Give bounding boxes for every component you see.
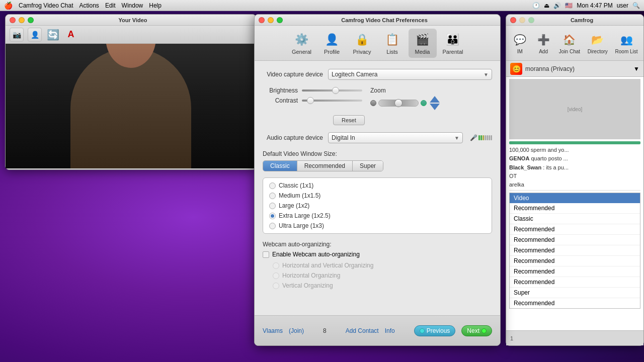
audio-device-dropdown[interactable]: Digital In ▼ bbox=[328, 132, 463, 143]
zoom-up-arrow[interactable] bbox=[430, 96, 440, 103]
enable-auto-row[interactable]: Enable Webcam auto-organizing bbox=[263, 251, 492, 258]
flip-icon[interactable]: 🔄 bbox=[46, 28, 60, 42]
zoom-right-btn[interactable] bbox=[421, 100, 427, 106]
close-button[interactable] bbox=[10, 17, 16, 23]
dropdown-item-video[interactable]: Video bbox=[510, 193, 640, 203]
tab-general[interactable]: ⚙️ General bbox=[288, 29, 316, 58]
prefs-minimize-button[interactable] bbox=[268, 17, 274, 23]
tab-lists[interactable]: 📋 Lists bbox=[378, 29, 407, 58]
dropdown-item-recommended-3[interactable]: Recommended bbox=[510, 235, 640, 245]
radio-horiz[interactable]: Horizontal Organizing bbox=[273, 272, 492, 279]
video-device-dropdown[interactable]: Logitech Camera ▼ bbox=[328, 69, 492, 80]
menu-actions[interactable]: Actions bbox=[79, 2, 99, 9]
cam-tool-directory[interactable]: 📂 Directory bbox=[587, 30, 609, 56]
reset-button[interactable]: Reset bbox=[333, 115, 365, 125]
radio-large[interactable]: Large (1x2) bbox=[269, 202, 486, 209]
cam-tool-roomlist[interactable]: 👥 Room List bbox=[614, 30, 639, 56]
segmented-control: Classic Recommended Super bbox=[263, 160, 383, 171]
radio-classic-btn[interactable] bbox=[269, 183, 276, 189]
privacy-icon: 🔒 bbox=[354, 32, 370, 48]
menu-edit[interactable]: Edit bbox=[105, 2, 116, 9]
next-label: Next bbox=[467, 327, 479, 334]
dropdown-item-recommended-7[interactable]: Recommended bbox=[510, 277, 640, 288]
cam-minimize-btn[interactable] bbox=[519, 17, 525, 23]
radio-large-btn[interactable] bbox=[269, 203, 276, 209]
dropdown-item-recommended-4[interactable]: Recommended bbox=[510, 245, 640, 256]
seg-super[interactable]: Super bbox=[353, 161, 383, 171]
tab-profile[interactable]: 👤 Profile bbox=[318, 29, 346, 58]
dropdown-item-recommended-5[interactable]: Recommended bbox=[510, 256, 640, 266]
prefs-zoom-button[interactable] bbox=[277, 17, 283, 23]
minimize-button[interactable] bbox=[19, 17, 25, 23]
dropdown-item-recommended-2[interactable]: Recommended bbox=[510, 224, 640, 235]
prefs-close-button[interactable] bbox=[259, 17, 265, 23]
menu-help[interactable]: Help bbox=[149, 2, 162, 9]
dropdown-item-classic[interactable]: Classic bbox=[510, 214, 640, 224]
apple-menu[interactable]: 🍎 bbox=[4, 2, 13, 10]
radio-medium[interactable]: Medium (1x1.5) bbox=[269, 192, 486, 199]
menu-window[interactable]: Window bbox=[122, 2, 143, 9]
prefs-title: Camfrog Video Chat Preferences bbox=[286, 17, 483, 23]
zoom-button[interactable] bbox=[28, 17, 34, 23]
room-name-link[interactable]: Vlaams bbox=[263, 327, 283, 334]
cam-tool-joinchat[interactable]: 🏠 Join Chat bbox=[558, 30, 581, 56]
brightness-thumb[interactable] bbox=[332, 87, 339, 94]
add-contact-link[interactable]: Add Contact bbox=[346, 327, 379, 334]
camera-settings-icon[interactable]: 📷 bbox=[10, 28, 24, 42]
cam-toolbar: 💬 IM ➕ Add 🏠 Join Chat 📂 Directory 👥 Roo… bbox=[506, 26, 643, 61]
prefs-titlebar: Camfrog Video Chat Preferences bbox=[255, 15, 500, 26]
radio-vert[interactable]: Vertical Organizing bbox=[273, 282, 492, 289]
cam-user-name: moranna (Privacy) bbox=[525, 65, 630, 72]
text-icon[interactable]: A bbox=[64, 28, 78, 42]
radio-horiz-btn[interactable] bbox=[273, 273, 279, 279]
radio-vert-btn[interactable] bbox=[273, 283, 279, 289]
dropdown-item-super[interactable]: Super bbox=[510, 288, 640, 298]
user-menu[interactable]: user bbox=[617, 2, 628, 9]
zoom-slider-horizontal[interactable] bbox=[370, 100, 427, 107]
im-icon: 💬 bbox=[512, 32, 528, 48]
zoom-label: Zoom bbox=[370, 87, 440, 94]
menu-app[interactable]: Camfrog Video Chat bbox=[19, 2, 73, 9]
roomlist-label: Room List bbox=[615, 49, 638, 54]
prev-button[interactable]: Previous bbox=[414, 325, 456, 336]
zoom-track[interactable] bbox=[378, 100, 419, 107]
contrast-thumb[interactable] bbox=[307, 97, 314, 104]
dropdown-item-recommended-6[interactable]: Recommended bbox=[510, 266, 640, 277]
seg-classic[interactable]: Classic bbox=[263, 161, 297, 171]
next-button[interactable]: Next bbox=[461, 325, 492, 336]
info-link[interactable]: Info bbox=[385, 327, 395, 334]
dropdown-item-recommended-8[interactable]: Recommended bbox=[510, 298, 640, 308]
webcam-auto-section: Webcam auto-organizing: Enable Webcam au… bbox=[263, 241, 492, 289]
contrast-label: Contrast bbox=[268, 97, 298, 104]
cam-tool-add[interactable]: ➕ Add bbox=[534, 30, 552, 56]
your-video-window: Your Video 📷 👤 🔄 A bbox=[5, 14, 257, 170]
zoom-down-arrow[interactable] bbox=[430, 104, 440, 110]
dropdown-item-recommended-1[interactable]: Recommended bbox=[510, 203, 640, 214]
radio-horiz-vert-btn[interactable] bbox=[273, 262, 279, 269]
tab-parental[interactable]: 👪 Parental bbox=[439, 29, 467, 58]
radio-horiz-vert[interactable]: Horizontal and Vertical Organizing bbox=[273, 262, 492, 269]
zoom-left-btn[interactable] bbox=[370, 100, 376, 106]
tab-media[interactable]: 🎬 Media bbox=[409, 29, 437, 58]
user-dropdown-arrow[interactable]: ▼ bbox=[633, 65, 639, 72]
snapshot-icon[interactable]: 👤 bbox=[28, 28, 42, 42]
brightness-slider[interactable] bbox=[302, 89, 362, 92]
radio-ultralarge[interactable]: Ultra Large (1x3) bbox=[269, 222, 486, 229]
radio-ultralarge-btn[interactable] bbox=[269, 223, 276, 229]
enable-auto-checkbox[interactable] bbox=[263, 251, 269, 258]
cam-tool-im[interactable]: 💬 IM bbox=[511, 30, 529, 56]
search-icon[interactable]: 🔍 bbox=[632, 2, 640, 9]
radio-extralarge-btn[interactable] bbox=[269, 213, 276, 219]
contrast-slider[interactable] bbox=[302, 100, 362, 102]
radio-medium-btn[interactable] bbox=[269, 193, 276, 199]
cam-chat-area: [video] 100,000 sperm and yo... GENOA qu… bbox=[506, 77, 643, 330]
radio-extralarge[interactable]: Extra Large (1x2.5) bbox=[269, 212, 486, 219]
seg-recommended[interactable]: Recommended bbox=[297, 161, 353, 171]
radio-classic[interactable]: Classic (1x1) bbox=[269, 182, 486, 189]
tab-privacy[interactable]: 🔒 Privacy bbox=[348, 29, 376, 58]
cam-zoom-btn[interactable] bbox=[528, 17, 534, 23]
zoom-thumb[interactable] bbox=[394, 99, 403, 107]
cam-close-btn[interactable] bbox=[510, 17, 516, 23]
video-size-dropdown: Video Recommended Classic Recommended Re… bbox=[509, 193, 640, 309]
room-join-link[interactable]: (Join) bbox=[289, 327, 304, 334]
